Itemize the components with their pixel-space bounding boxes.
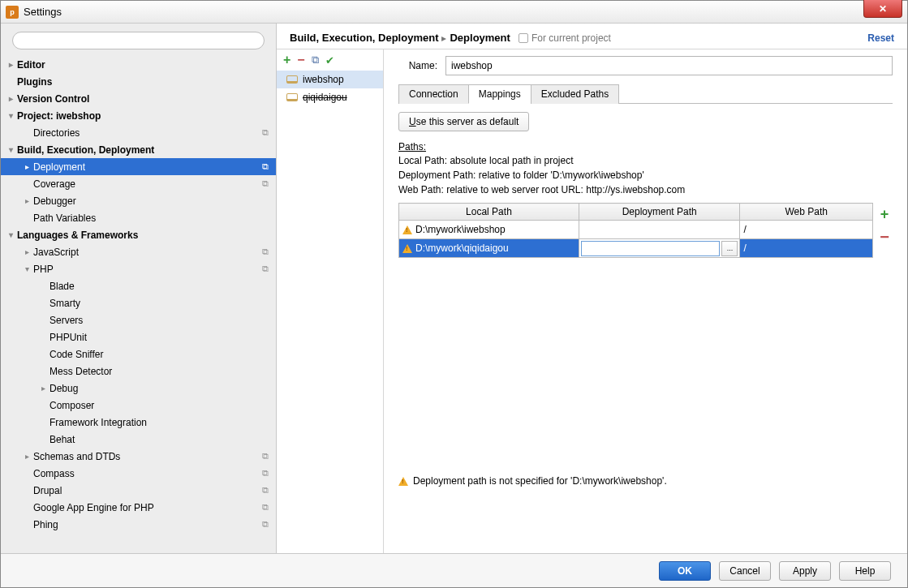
sidebar-item-debug[interactable]: ▸Debug <box>1 380 276 397</box>
set-default-icon[interactable]: ✔ <box>325 54 334 67</box>
cancel-button[interactable]: Cancel <box>719 561 771 581</box>
tabs: Connection Mappings Excluded Paths <box>398 84 893 104</box>
sidebar-item-label: PHP <box>32 264 260 275</box>
sidebar-item-label: Languages & Frameworks <box>15 230 260 241</box>
sidebar-item-build-execution-deployment[interactable]: ▾Build, Execution, Deployment <box>1 141 276 158</box>
sidebar-item-coverage[interactable]: Coverage⧉ <box>1 175 276 192</box>
sidebar-item-label: PHPUnit <box>48 332 260 343</box>
sidebar-item-label: Debugger <box>32 195 260 207</box>
sidebar-item-label: Path Variables <box>32 212 260 224</box>
sidebar-item-drupal[interactable]: Drupal⧉ <box>1 482 276 499</box>
local-path-cell: D:\mywork\iwebshop <box>415 224 506 235</box>
dialog-footer: OK Cancel Apply Help <box>1 553 907 587</box>
apply-button[interactable]: Apply <box>779 561 831 581</box>
sidebar-item-label: Mess Detector <box>48 366 260 377</box>
app-icon: p <box>6 6 19 19</box>
sidebar-item-smarty[interactable]: Smarty <box>1 294 276 311</box>
sidebar-item-compass[interactable]: Compass⧉ <box>1 465 276 482</box>
project-scope-icon <box>260 195 271 207</box>
sidebar-item-label: Smarty <box>48 298 260 309</box>
remove-mapping-icon[interactable]: − <box>880 228 889 247</box>
sidebar-item-servers[interactable]: Servers <box>1 311 276 328</box>
sidebar-item-label: Coverage <box>32 178 260 190</box>
sidebar-item-languages-frameworks[interactable]: ▾Languages & Frameworks <box>1 226 276 243</box>
copy-server-icon[interactable]: ⧉ <box>312 54 319 67</box>
project-scope-icon <box>260 366 271 377</box>
add-mapping-icon[interactable]: + <box>880 206 889 223</box>
sidebar-item-directories[interactable]: Directories⧉ <box>1 124 276 141</box>
sidebar-item-label: Build, Execution, Deployment <box>15 144 260 156</box>
table-row[interactable]: D:\mywork\qiqidaigou.../ <box>399 239 873 258</box>
help-button[interactable]: Help <box>839 561 891 581</box>
project-scope-icon <box>260 230 271 241</box>
project-scope-icon <box>260 298 271 309</box>
warning-icon <box>402 225 412 234</box>
sidebar: ▸EditorPlugins▸Version Control▾Project: … <box>1 24 277 553</box>
add-server-icon[interactable]: + <box>283 53 290 67</box>
sidebar-item-javascript[interactable]: ▸JavaScript⧉ <box>1 243 276 260</box>
sidebar-item-editor[interactable]: ▸Editor <box>1 56 276 73</box>
tab-connection[interactable]: Connection <box>398 84 469 104</box>
sidebar-item-composer[interactable]: Composer <box>1 397 276 414</box>
sidebar-item-behat[interactable]: Behat <box>1 431 276 448</box>
chevron-icon: ▸ <box>22 452 32 461</box>
sidebar-item-phpunit[interactable]: PHPUnit <box>1 328 276 346</box>
sidebar-item-schemas-and-dtds[interactable]: ▸Schemas and DTDs⧉ <box>1 448 276 465</box>
web-path-cell: / <box>740 221 872 238</box>
sidebar-item-path-variables[interactable]: Path Variables <box>1 209 276 226</box>
sidebar-item-google-app-engine-for-php[interactable]: Google App Engine for PHP⧉ <box>1 499 276 516</box>
deployment-path-input[interactable] <box>581 241 721 256</box>
project-scope-icon <box>260 349 271 360</box>
window-title: Settings <box>24 6 62 18</box>
browse-button[interactable]: ... <box>721 241 738 256</box>
sidebar-item-label: Google App Engine for PHP <box>32 502 260 513</box>
use-as-default-button[interactable]: Use this server as default <box>398 112 529 131</box>
close-icon[interactable]: ✕ <box>863 0 902 18</box>
sidebar-item-framework-integration[interactable]: Framework Integration <box>1 414 276 431</box>
sidebar-item-label: Deployment <box>32 161 260 173</box>
mapping-table: Local Path Deployment Path Web Path D:\m… <box>398 203 873 258</box>
search-input[interactable] <box>12 32 265 49</box>
remove-server-icon[interactable]: − <box>297 53 304 67</box>
col-deploy[interactable]: Deployment Path <box>579 204 740 221</box>
path-desc-deploy: Deployment Path: relative to folder 'D:\… <box>398 169 893 182</box>
name-label: Name: <box>398 60 437 71</box>
reset-link[interactable]: Reset <box>867 32 894 44</box>
main-panel: Build, Execution, Deployment ▸ Deploymen… <box>277 24 907 553</box>
ok-button[interactable]: OK <box>659 561 711 581</box>
sidebar-item-phing[interactable]: Phing⧉ <box>1 516 276 533</box>
tab-excluded[interactable]: Excluded Paths <box>531 84 619 104</box>
sidebar-item-deployment[interactable]: ▸Deployment⧉ <box>1 158 276 175</box>
sidebar-item-version-control[interactable]: ▸Version Control <box>1 90 276 107</box>
server-icon <box>286 75 298 84</box>
table-row[interactable]: D:\mywork\iwebshop/ <box>399 221 873 239</box>
sidebar-item-mess-detector[interactable]: Mess Detector <box>1 363 276 380</box>
path-desc-local: Local Path: absolute local path in proje… <box>398 154 893 167</box>
sidebar-item-blade[interactable]: Blade <box>1 277 276 294</box>
sidebar-item-label: Blade <box>48 281 260 292</box>
web-path-cell: / <box>740 239 872 257</box>
tab-mappings[interactable]: Mappings <box>468 84 531 104</box>
project-scope-icon <box>260 332 271 343</box>
name-input[interactable] <box>445 56 893 75</box>
sidebar-item-php[interactable]: ▾PHP⧉ <box>1 260 276 277</box>
sidebar-item-label: Debug <box>48 383 260 394</box>
titlebar: p Settings ✕ <box>1 1 907 24</box>
tab-content: Use this server as default Paths: Local … <box>398 104 893 493</box>
col-web[interactable]: Web Path <box>740 204 873 221</box>
server-item-iwebshop[interactable]: iwebshop <box>277 71 383 88</box>
breadcrumb: Build, Execution, Deployment ▸ Deploymen… <box>277 24 907 45</box>
project-scope-icon <box>260 400 271 411</box>
sidebar-item-debugger[interactable]: ▸Debugger <box>1 192 276 209</box>
server-item-qiqidaigou[interactable]: qiqidaigou <box>277 88 383 106</box>
sidebar-item-label: Version Control <box>15 93 260 105</box>
sidebar-item-plugins[interactable]: Plugins <box>1 73 276 90</box>
sidebar-item-label: Behat <box>48 434 260 445</box>
col-local[interactable]: Local Path <box>399 204 579 221</box>
project-scope-icon <box>260 76 271 88</box>
project-scope-icon <box>260 93 271 105</box>
sidebar-item-project-iwebshop[interactable]: ▾Project: iwebshop <box>1 107 276 124</box>
chevron-icon: ▾ <box>6 111 15 120</box>
server-name: qiqidaigou <box>303 92 347 103</box>
sidebar-item-code-sniffer[interactable]: Code Sniffer <box>1 346 276 363</box>
